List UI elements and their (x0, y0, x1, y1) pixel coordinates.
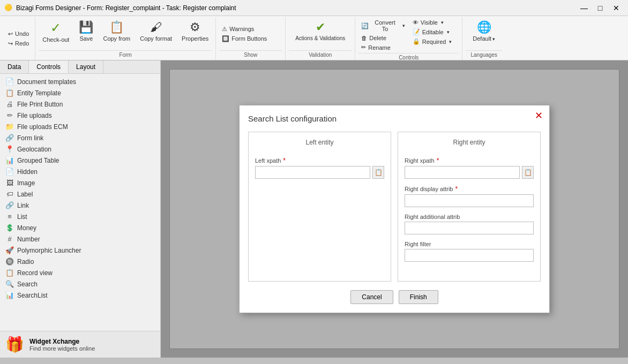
search-icon: 🔍 (5, 280, 14, 288)
sidebar-item-document-templates[interactable]: 📄 Document templates (0, 76, 160, 87)
default-button[interactable]: 🌐 Default▾ (469, 18, 499, 44)
save-icon: 💾 (79, 20, 93, 34)
ribbon-group-languages: 🌐 Default▾ Languages (462, 17, 505, 60)
warnings-button[interactable]: ⚠ Warnings (219, 25, 282, 34)
right-display-attrib-label: Right display attrib * (405, 185, 534, 193)
sidebar: Data Controls Layout 📄 Document template… (0, 60, 161, 358)
file-uploads-icon: ✏ (5, 111, 14, 119)
right-xpath-picker-button[interactable]: 📋 (522, 166, 534, 179)
redo-button[interactable]: ↪ Redo (5, 39, 32, 48)
sidebar-item-radio[interactable]: 🔘 Radio (0, 256, 160, 267)
properties-icon: ⚙ (190, 20, 200, 34)
sidebar-tab-layout[interactable]: Layout (69, 60, 103, 73)
sidebar-item-list[interactable]: ≡ List (0, 211, 160, 222)
right-filter-group: Right filter (405, 241, 534, 262)
right-entity-panel: Right entity Right xpath * 📋 (398, 132, 541, 282)
formbuttons-icon: 🔲 (222, 35, 229, 42)
actionsvalidations-button[interactable]: ✔ Actions & Validations (291, 18, 349, 43)
file-print-button-icon: 🖨 (5, 100, 14, 108)
sidebar-item-file-print-button[interactable]: 🖨 File Print Button (0, 98, 160, 110)
sidebar-item-geolocation[interactable]: 📍 Geolocation (0, 143, 160, 155)
right-xpath-group: Right xpath * 📋 (405, 157, 534, 179)
sidebar-item-searchlist[interactable]: 📊 SearchList (0, 290, 160, 301)
geolocation-icon: 📍 (5, 145, 14, 153)
warnings-icon: ⚠ (222, 26, 227, 33)
left-xpath-picker-button[interactable]: 📋 (372, 166, 384, 179)
widget-xchange-subtitle: Find more widgets online (29, 345, 95, 352)
sidebar-item-grouped-table[interactable]: 📊 Grouped Table (0, 155, 160, 166)
right-xpath-input[interactable] (405, 166, 520, 179)
record-view-icon: 📋 (5, 269, 14, 277)
sidebar-item-form-link[interactable]: 🔗 Form link (0, 132, 160, 143)
sidebar-list: 📄 Document templates 📋 Entity Template 🖨… (0, 74, 160, 331)
sidebar-item-polymorphic-launcher[interactable]: 🚀 Polymorphic Launcher (0, 245, 160, 256)
canvas-area: Search List configuration ✕ Left entity … (161, 60, 628, 358)
widget-xchange-icon: 🎁 (5, 336, 24, 353)
polymorphic-launcher-icon: 🚀 (5, 246, 14, 254)
title-bar: 🟡 Bizagi Forms Designer - Form: Register… (0, 0, 628, 16)
main-layout: Data Controls Layout 📄 Document template… (0, 60, 628, 358)
finish-button[interactable]: Finish (399, 290, 438, 304)
actionsvalidations-icon: ✔ (316, 20, 325, 34)
rename-button[interactable]: ✏ Rename (358, 43, 408, 52)
right-display-attrib-required-star: * (455, 185, 458, 193)
right-display-attrib-input[interactable] (405, 194, 534, 207)
sidebar-item-number[interactable]: # Number (0, 233, 160, 245)
visible-icon: 👁 (413, 19, 418, 26)
sidebar-tab-controls[interactable]: Controls (29, 60, 69, 73)
undo-button[interactable]: ↩ Undo (5, 29, 32, 39)
left-xpath-input[interactable] (255, 166, 370, 179)
modal-close-button[interactable]: ✕ (535, 111, 543, 120)
sidebar-item-record-view[interactable]: 📋 Record view (0, 267, 160, 278)
sidebar-item-hidden[interactable]: 📄 Hidden (0, 166, 160, 177)
copyformat-button[interactable]: 🖌 Copy format (136, 18, 176, 44)
required-button[interactable]: 🔒 Required ▾ (410, 37, 459, 46)
right-filter-input[interactable] (405, 249, 534, 262)
right-display-attrib-group: Right display attrib * (405, 185, 534, 207)
close-button[interactable]: ✕ (609, 2, 624, 14)
sidebar-item-search[interactable]: 🔍 Search (0, 278, 160, 290)
sidebar-item-money[interactable]: 💲 Money (0, 222, 160, 233)
cancel-button[interactable]: Cancel (350, 290, 393, 304)
right-additional-attrib-input[interactable] (405, 222, 534, 234)
link-icon: 🔗 (5, 201, 14, 209)
ribbon: ↩ Undo ↪ Redo ✓ Check-out (0, 16, 628, 60)
widget-xchange-title: Widget Xchange (29, 338, 95, 345)
right-xpath-required-star: * (437, 157, 439, 164)
sidebar-tab-data[interactable]: Data (0, 60, 29, 73)
grouped-table-icon: 📊 (5, 156, 14, 164)
convertto-button[interactable]: 🔄 Convert To ▾ (358, 18, 408, 33)
visible-dropdown-icon: ▾ (441, 20, 444, 25)
right-xpath-label: Right xpath * (405, 157, 534, 164)
convertto-dropdown-icon: ▾ (402, 23, 405, 28)
right-additional-attrib-group: Right additional attrib (405, 214, 534, 234)
sidebar-item-label[interactable]: 🏷 Label (0, 188, 160, 200)
app-icon: 🟡 (4, 4, 13, 12)
minimize-button[interactable]: — (577, 2, 592, 14)
undo-icon: ↩ (8, 31, 13, 37)
editable-button[interactable]: 📝 Editable ▾ (410, 27, 459, 36)
formbuttons-button[interactable]: 🔲 Form Buttons (219, 34, 282, 43)
save-button[interactable]: 💾 Save (75, 18, 97, 44)
properties-button[interactable]: ⚙ Properties (178, 18, 212, 44)
sidebar-item-entity-template[interactable]: 📋 Entity Template (0, 87, 160, 98)
sidebar-item-file-uploads[interactable]: ✏ File uploads (0, 110, 160, 121)
search-list-config-modal: Search List configuration ✕ Left entity … (239, 105, 550, 313)
form-group-label: Form (39, 50, 212, 59)
document-templates-icon: 📄 (5, 78, 14, 86)
checkout-button[interactable]: ✓ Check-out (39, 18, 73, 45)
copyfrom-button[interactable]: 📋 Copy from (99, 18, 134, 44)
sidebar-item-link[interactable]: 🔗 Link (0, 200, 160, 211)
modal-footer: Cancel Finish (248, 290, 541, 304)
sidebar-item-file-uploads-ecm[interactable]: 📁 File uploads ECM (0, 121, 160, 132)
sidebar-item-image[interactable]: 🖼 Image (0, 177, 160, 188)
modal-title: Search List configuration (248, 114, 541, 123)
ribbon-group-controls: 🔄 Convert To ▾ 🗑 Delete ✏ (355, 17, 462, 60)
maximize-button[interactable]: □ (593, 2, 608, 14)
delete-button[interactable]: 🗑 Delete (358, 34, 408, 42)
form-link-icon: 🔗 (5, 134, 14, 142)
required-dropdown-icon: ▾ (449, 39, 452, 44)
visible-button[interactable]: 👁 Visible ▾ (410, 18, 459, 27)
ribbon-group-validation: ✔ Actions & Validations Validation (286, 17, 355, 60)
ribbon-group-show: ⚠ Warnings 🔲 Form Buttons Show (216, 17, 286, 60)
